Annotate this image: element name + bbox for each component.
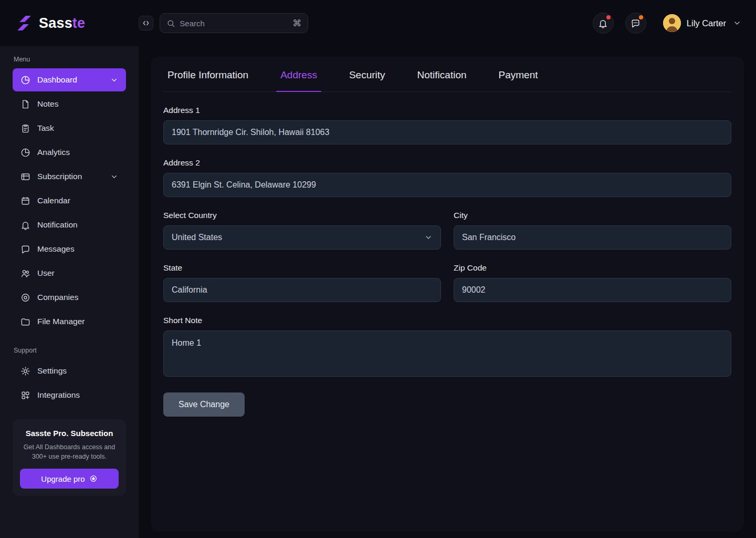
address1-label: Address 1 (163, 106, 731, 115)
tab-notification[interactable]: Notification (417, 57, 467, 91)
support-section-label: Support (14, 347, 139, 354)
notifications-button[interactable] (593, 13, 614, 34)
country-selected-value: United States (172, 233, 222, 242)
subscription-icon (20, 172, 30, 182)
address2-input[interactable] (163, 173, 731, 197)
note-label: Short Note (163, 316, 731, 325)
messages-icon (20, 244, 30, 254)
user-icon (20, 268, 30, 278)
search-shortcut-key: ⌘ (292, 18, 301, 29)
sidebar-item-notification[interactable]: Notification (13, 213, 126, 236)
sidebar-item-label: Task (37, 123, 54, 133)
sidebar-item-label: File Manager (37, 317, 85, 326)
chevrons-left-right-icon (142, 19, 150, 27)
search-input[interactable] (180, 19, 288, 28)
tab-payment[interactable]: Payment (499, 57, 538, 91)
sidebar-item-label: Messages (37, 244, 75, 254)
country-select[interactable]: United States (163, 225, 441, 250)
sidebar-item-notes[interactable]: Notes (13, 92, 126, 116)
city-input[interactable] (454, 225, 731, 250)
settings-tabs: Profile Information Address Security Not… (163, 57, 731, 92)
sidebar: Menu Dashboard Notes Task (0, 46, 139, 538)
chevron-down-icon (110, 173, 118, 181)
pro-subscription-card: Sasste Pro. Subsection Get All Dashboard… (13, 419, 126, 496)
country-field-group: Select Country United States (163, 211, 441, 250)
sidebar-item-settings[interactable]: Settings (13, 359, 126, 382)
sidebar-item-analytics[interactable]: Analytics (13, 141, 126, 164)
address1-input[interactable] (163, 120, 731, 144)
search-icon (166, 19, 175, 28)
sidebar-item-label: Integrations (37, 390, 80, 400)
task-icon (20, 123, 30, 133)
user-menu-chevron-icon (733, 19, 741, 27)
sidebar-item-label: Notification (37, 220, 78, 230)
sidebar-item-label: Settings (37, 366, 67, 376)
settings-icon (20, 366, 30, 376)
main-content: Profile Information Address Security Not… (139, 46, 756, 538)
sidebar-item-user[interactable]: User (13, 262, 126, 285)
city-label: City (454, 211, 731, 220)
save-change-button[interactable]: Save Change (163, 392, 245, 417)
zip-input[interactable] (454, 278, 731, 302)
note-field-group: Short Note Home 1 (163, 316, 731, 379)
notification-icon (20, 220, 30, 230)
tab-address[interactable]: Address (280, 57, 317, 91)
address-form: Address 1 Address 2 Select Country Unite… (163, 92, 731, 417)
sidebar-item-integrations[interactable]: Integrations (13, 384, 126, 407)
promo-description: Get All Dashboards access and 300+ use p… (20, 442, 119, 461)
sidebar-item-calendar[interactable]: Calendar (13, 189, 126, 212)
sidebar-item-label: Analytics (37, 148, 70, 157)
notes-icon (20, 99, 30, 109)
tab-security[interactable]: Security (349, 57, 385, 91)
address2-field-group: Address 2 (163, 158, 731, 197)
avatar (663, 14, 681, 32)
message-dot (639, 15, 643, 19)
brand-name: Sasste (39, 15, 85, 32)
notification-dot (606, 15, 611, 19)
upgrade-pro-icon (89, 474, 98, 483)
analytics-icon (20, 148, 30, 158)
brand-logo: Sasste (15, 15, 85, 32)
state-input[interactable] (163, 278, 441, 302)
sidebar-item-label: Calendar (37, 196, 70, 205)
menu-section-label: Menu (14, 56, 139, 63)
file-manager-icon (20, 317, 30, 327)
user-name: Lily Carter (687, 18, 726, 28)
chevron-down-icon (110, 76, 118, 84)
search-box[interactable]: ⌘ (160, 13, 308, 33)
city-field-group: City (454, 211, 731, 250)
bell-icon (598, 18, 608, 28)
messages-button[interactable] (625, 13, 646, 34)
tab-profile-information[interactable]: Profile Information (167, 57, 248, 91)
zip-label: Zip Code (454, 263, 731, 273)
integrations-icon (20, 390, 30, 400)
sidebar-item-task[interactable]: Task (13, 117, 126, 140)
state-field-group: State (163, 263, 441, 302)
chat-bubble-icon (631, 18, 640, 28)
upgrade-pro-button[interactable]: Upgrade pro (20, 469, 119, 489)
sidebar-item-subscription[interactable]: Subscription (13, 165, 126, 188)
promo-title: Sasste Pro. Subsection (20, 429, 119, 438)
sidebar-item-label: User (37, 268, 55, 278)
short-note-textarea[interactable]: Home 1 (163, 330, 731, 377)
sidebar-item-messages[interactable]: Messages (13, 237, 126, 261)
topbar-actions: Lily Carter (581, 13, 741, 34)
state-label: State (163, 263, 441, 273)
sidebar-item-companies[interactable]: Companies (13, 286, 126, 309)
country-label: Select Country (163, 211, 441, 220)
topbar: Sasste ⌘ (0, 0, 756, 46)
chevron-down-icon (424, 233, 433, 242)
sidebar-item-dashboard[interactable]: Dashboard (13, 68, 126, 91)
address1-field-group: Address 1 (163, 106, 731, 144)
calendar-icon (20, 196, 30, 206)
sidebar-collapse-button[interactable] (139, 16, 153, 30)
brand-logo-icon (15, 15, 34, 31)
user-menu[interactable]: Lily Carter (663, 14, 741, 32)
sidebar-item-label: Notes (37, 99, 59, 109)
dashboard-icon (20, 75, 30, 85)
sidebar-item-file-manager[interactable]: File Manager (13, 310, 126, 333)
sidebar-item-label: Companies (37, 293, 78, 302)
zip-field-group: Zip Code (454, 263, 731, 302)
address2-label: Address 2 (163, 158, 731, 168)
account-settings-card: Profile Information Address Security Not… (151, 57, 744, 532)
